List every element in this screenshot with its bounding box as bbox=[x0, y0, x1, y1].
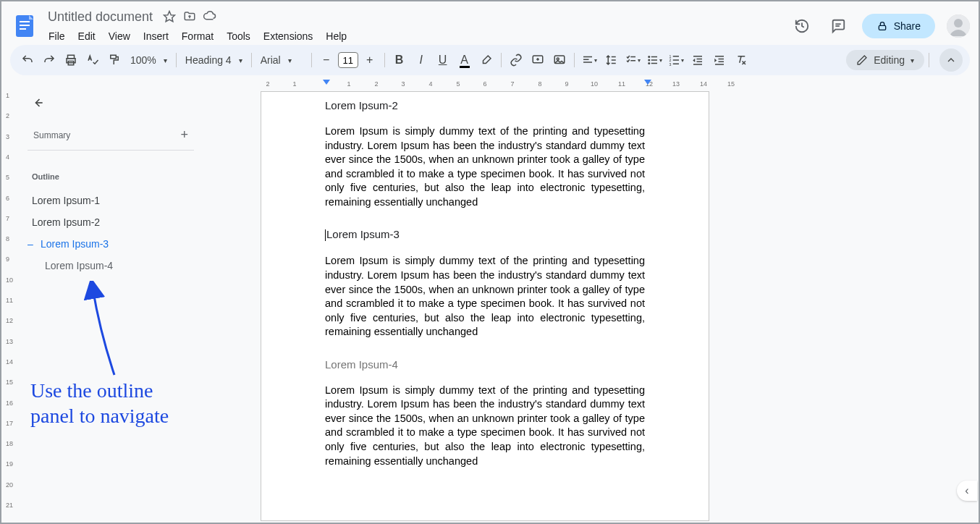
document-heading[interactable]: Lorem Ipsum-2 bbox=[325, 99, 645, 111]
decrease-indent-button[interactable] bbox=[688, 50, 708, 70]
app-header: Untitled document File Edit View Insert … bbox=[1, 1, 979, 45]
outline-item[interactable]: Lorem Ipsum-2 bbox=[22, 211, 246, 233]
docs-logo[interactable] bbox=[10, 12, 39, 41]
print-button[interactable] bbox=[61, 50, 81, 70]
svg-rect-28 bbox=[651, 59, 656, 61]
menu-edit[interactable]: Edit bbox=[73, 28, 101, 45]
menu-view[interactable]: View bbox=[104, 28, 135, 45]
menu-file[interactable]: File bbox=[43, 28, 70, 45]
svg-rect-13 bbox=[111, 55, 117, 59]
line-spacing-button[interactable] bbox=[601, 50, 621, 70]
svg-point-9 bbox=[954, 19, 963, 28]
menu-help[interactable]: Help bbox=[321, 28, 352, 45]
increase-indent-button[interactable] bbox=[709, 50, 730, 70]
annotation-arrow bbox=[71, 281, 143, 382]
checklist-button[interactable]: ▾ bbox=[622, 50, 643, 70]
collapse-toolbar-button[interactable] bbox=[939, 48, 963, 72]
outline-item[interactable]: Lorem Ipsum-1 bbox=[22, 190, 246, 211]
svg-rect-34 bbox=[672, 59, 678, 61]
clear-formatting-button[interactable] bbox=[731, 50, 751, 70]
svg-point-25 bbox=[648, 56, 650, 58]
outline-panel: Summary + Outline Lorem Ipsum-1Lorem Ips… bbox=[22, 94, 246, 276]
font-size-increase[interactable]: + bbox=[360, 50, 380, 70]
numbered-list-button[interactable]: 123▾ bbox=[666, 50, 686, 70]
svg-rect-3 bbox=[20, 28, 26, 30]
svg-rect-18 bbox=[583, 59, 589, 61]
document-page[interactable]: Lorem Ipsum-2Lorem Ipsum is simply dummy… bbox=[261, 91, 709, 521]
left-indent-marker[interactable] bbox=[323, 80, 330, 85]
svg-rect-17 bbox=[583, 56, 592, 58]
insert-comment-button[interactable] bbox=[528, 50, 548, 70]
svg-rect-2 bbox=[20, 25, 30, 26]
document-paragraph[interactable]: Lorem Ipsum is simply dummy text of the … bbox=[325, 254, 645, 339]
expand-side-panel-button[interactable]: ‹ bbox=[957, 481, 977, 501]
account-avatar[interactable] bbox=[947, 14, 970, 38]
bulleted-list-button[interactable]: ▾ bbox=[644, 50, 664, 70]
document-heading[interactable]: Lorem Ipsum-4 bbox=[325, 358, 645, 371]
svg-rect-41 bbox=[715, 56, 724, 57]
menu-format[interactable]: Format bbox=[177, 28, 219, 45]
paragraph-style-selector[interactable]: Heading 4 bbox=[181, 51, 247, 69]
add-summary-button[interactable]: + bbox=[180, 127, 188, 143]
svg-text:3: 3 bbox=[669, 62, 671, 67]
insert-image-button[interactable] bbox=[549, 50, 570, 70]
close-outline-button[interactable] bbox=[29, 94, 46, 111]
document-heading[interactable]: Lorem Ipsum-3 bbox=[325, 228, 645, 241]
svg-rect-38 bbox=[696, 59, 702, 60]
document-title[interactable]: Untitled document bbox=[43, 8, 157, 26]
move-icon[interactable] bbox=[183, 10, 196, 23]
redo-button[interactable] bbox=[39, 50, 59, 70]
summary-label: Summary bbox=[33, 130, 70, 140]
underline-button[interactable]: U bbox=[433, 50, 453, 70]
outline-item[interactable]: Lorem Ipsum-3 bbox=[22, 233, 246, 255]
bold-button[interactable]: B bbox=[389, 50, 410, 70]
svg-rect-36 bbox=[672, 64, 678, 65]
text-color-button[interactable]: A bbox=[455, 50, 475, 70]
font-size-decrease[interactable]: − bbox=[316, 50, 337, 70]
svg-rect-19 bbox=[583, 62, 592, 63]
svg-rect-1 bbox=[20, 21, 30, 22]
undo-button[interactable] bbox=[17, 50, 38, 70]
svg-rect-39 bbox=[696, 62, 702, 63]
highlight-button[interactable] bbox=[476, 50, 497, 70]
italic-button[interactable]: I bbox=[411, 50, 431, 70]
toolbar: 100% Heading 4 Arial − + B I U A ▾ ▾ ▾ 1… bbox=[10, 45, 970, 75]
svg-marker-4 bbox=[164, 12, 175, 22]
svg-rect-32 bbox=[672, 56, 678, 57]
menu-tools[interactable]: Tools bbox=[221, 28, 255, 45]
align-button[interactable]: ▾ bbox=[579, 50, 599, 70]
editing-mode-button[interactable]: Editing ▾ bbox=[846, 50, 924, 70]
cloud-status-icon[interactable] bbox=[203, 10, 216, 23]
menu-insert[interactable]: Insert bbox=[138, 28, 174, 45]
spellcheck-button[interactable] bbox=[83, 50, 103, 70]
document-paragraph[interactable]: Lorem Ipsum is simply dummy text of the … bbox=[325, 384, 645, 468]
horizontal-ruler[interactable]: 21123456789101112131415 bbox=[261, 80, 970, 91]
vertical-ruler[interactable]: 123456789101112131415161718192021 bbox=[4, 91, 16, 521]
title-area: Untitled document File Edit View Insert … bbox=[43, 8, 790, 45]
share-button[interactable]: Share bbox=[862, 14, 935, 38]
editing-mode-label: Editing bbox=[874, 54, 905, 66]
paint-format-button[interactable] bbox=[104, 50, 124, 70]
menu-extensions[interactable]: Extensions bbox=[258, 28, 318, 45]
svg-rect-30 bbox=[651, 63, 656, 64]
svg-rect-26 bbox=[651, 56, 656, 58]
font-family-selector[interactable]: Arial bbox=[256, 51, 307, 69]
svg-point-16 bbox=[557, 58, 559, 60]
star-icon[interactable] bbox=[163, 10, 176, 23]
annotation-text: Use the outline panel to navigate bbox=[30, 378, 169, 428]
outline-item[interactable]: Lorem Ipsum-4 bbox=[22, 255, 246, 276]
comments-icon[interactable] bbox=[826, 14, 850, 38]
outline-section-label: Outline bbox=[32, 172, 246, 181]
svg-point-27 bbox=[648, 59, 650, 62]
menubar: File Edit View Insert Format Tools Exten… bbox=[43, 28, 790, 45]
svg-rect-7 bbox=[879, 25, 885, 30]
font-size-input[interactable] bbox=[338, 52, 358, 68]
document-paragraph[interactable]: Lorem Ipsum is simply dummy text of the … bbox=[325, 124, 645, 209]
history-icon[interactable] bbox=[790, 14, 814, 38]
right-indent-marker[interactable] bbox=[644, 80, 651, 85]
insert-link-button[interactable] bbox=[506, 50, 526, 70]
svg-rect-40 bbox=[693, 64, 702, 65]
svg-rect-43 bbox=[718, 62, 724, 63]
zoom-selector[interactable]: 100% bbox=[126, 51, 172, 69]
lock-icon bbox=[876, 20, 888, 32]
